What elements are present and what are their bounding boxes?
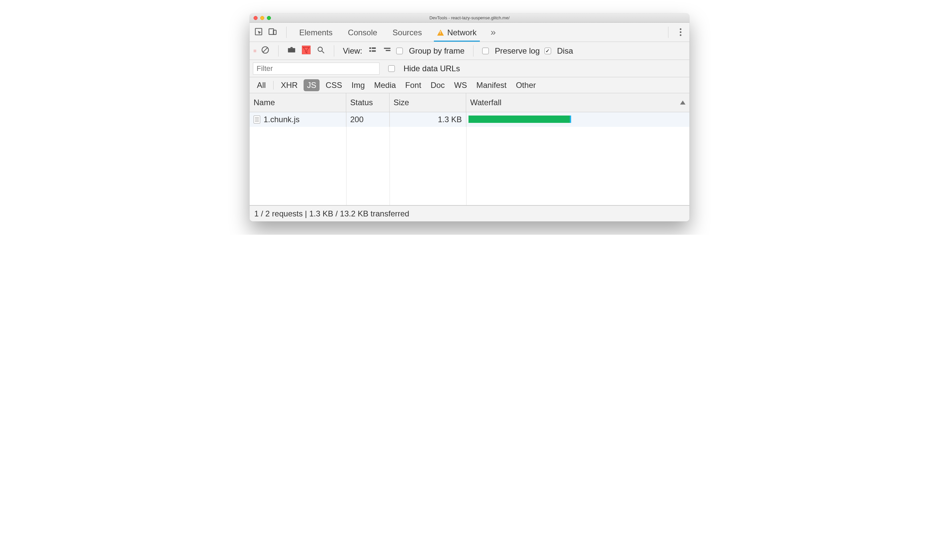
cell-waterfall xyxy=(466,112,689,127)
filter-input[interactable] xyxy=(253,63,379,75)
type-ws[interactable]: WS xyxy=(451,79,470,91)
request-type-filters: All XHR JS CSS Img Media Font Doc WS Man… xyxy=(250,77,689,93)
tab-network[interactable]: Network xyxy=(430,23,483,41)
type-js[interactable]: JS xyxy=(304,79,319,91)
devtools-window: DevTools - react-lazy-suspense.glitch.me… xyxy=(250,13,689,222)
separator xyxy=(278,45,279,57)
panel-tabs: Elements Console Sources Network » xyxy=(250,23,689,42)
svg-rect-14 xyxy=(384,48,391,49)
tab-elements[interactable]: Elements xyxy=(293,23,339,41)
tab-label: Console xyxy=(348,28,377,37)
waterfall-bar xyxy=(469,115,571,123)
search-icon[interactable] xyxy=(316,46,325,56)
status-bar: 1 / 2 requests | 1.3 KB / 13.2 KB transf… xyxy=(250,205,689,222)
type-css[interactable]: CSS xyxy=(322,79,345,91)
table-row[interactable]: 1.chunk.js 200 1.3 KB xyxy=(250,112,689,127)
inspect-element-icon[interactable] xyxy=(254,27,263,37)
window-title: DevTools - react-lazy-suspense.glitch.me… xyxy=(250,15,689,20)
type-img[interactable]: Img xyxy=(348,79,368,91)
sort-ascending-icon xyxy=(680,100,685,105)
clear-button[interactable] xyxy=(261,46,270,56)
type-font[interactable]: Font xyxy=(402,79,424,91)
svg-marker-7 xyxy=(303,47,309,53)
filter-bar: Hide data URLs xyxy=(250,60,689,77)
svg-rect-15 xyxy=(386,50,390,51)
titlebar: DevTools - react-lazy-suspense.glitch.me… xyxy=(250,13,689,23)
preserve-log-checkbox[interactable] xyxy=(482,48,489,54)
requests-table: Name Status Size Waterfall 1.chunk.js 20… xyxy=(250,93,689,205)
separator xyxy=(286,27,287,38)
capture-screenshots-icon[interactable] xyxy=(287,46,296,56)
svg-marker-6 xyxy=(290,47,293,48)
svg-rect-10 xyxy=(370,47,371,49)
network-toolbar: View: Group by frame Preserve log Disa xyxy=(250,42,689,60)
col-size[interactable]: Size xyxy=(390,93,466,112)
svg-rect-11 xyxy=(372,47,376,49)
large-rows-icon[interactable] xyxy=(368,46,377,56)
tab-sources[interactable]: Sources xyxy=(386,23,429,41)
svg-rect-12 xyxy=(370,50,371,52)
preserve-log-label: Preserve log xyxy=(495,46,540,55)
type-media[interactable]: Media xyxy=(371,79,399,91)
group-by-frame-label: Group by frame xyxy=(409,46,464,55)
disable-cache-label: Disa xyxy=(557,46,573,55)
view-label: View: xyxy=(343,46,362,55)
settings-menu-button[interactable] xyxy=(677,26,685,38)
col-name[interactable]: Name xyxy=(250,93,346,112)
type-manifest[interactable]: Manifest xyxy=(473,79,510,91)
cell-status: 200 xyxy=(346,112,390,127)
more-tabs-button[interactable]: » xyxy=(485,27,501,38)
svg-rect-5 xyxy=(288,48,295,52)
tab-console[interactable]: Console xyxy=(341,23,384,41)
separator xyxy=(668,27,668,38)
table-header: Name Status Size Waterfall xyxy=(250,93,689,112)
script-file-icon xyxy=(254,115,260,123)
svg-point-8 xyxy=(318,47,322,51)
filter-toggle-icon[interactable] xyxy=(302,46,311,56)
tab-label: Sources xyxy=(393,28,422,37)
request-name: 1.chunk.js xyxy=(264,115,299,124)
col-waterfall[interactable]: Waterfall xyxy=(466,93,689,112)
type-doc[interactable]: Doc xyxy=(427,79,448,91)
toggle-device-toolbar-icon[interactable] xyxy=(268,27,277,37)
svg-rect-13 xyxy=(372,50,376,52)
type-other[interactable]: Other xyxy=(512,79,539,91)
separator xyxy=(334,45,334,57)
svg-line-4 xyxy=(263,48,268,52)
tab-label: Elements xyxy=(299,28,333,37)
separator xyxy=(473,45,473,57)
table-body: 1.chunk.js 200 1.3 KB xyxy=(250,112,689,205)
group-by-frame-checkbox[interactable] xyxy=(396,48,403,54)
separator xyxy=(273,81,274,89)
type-xhr[interactable]: XHR xyxy=(278,79,301,91)
warning-icon xyxy=(437,30,444,35)
svg-line-9 xyxy=(322,51,324,53)
cell-name: 1.chunk.js xyxy=(250,112,346,127)
col-status[interactable]: Status xyxy=(346,93,390,112)
type-all[interactable]: All xyxy=(254,79,269,91)
disable-cache-checkbox[interactable] xyxy=(544,48,551,54)
tab-label: Network xyxy=(447,28,476,37)
hide-data-urls-checkbox[interactable] xyxy=(388,65,395,72)
hide-data-urls-label: Hide data URLs xyxy=(404,64,460,73)
cell-size: 1.3 KB xyxy=(390,112,466,127)
status-text: 1 / 2 requests | 1.3 KB / 13.2 KB transf… xyxy=(254,209,409,218)
overview-icon[interactable] xyxy=(383,46,392,56)
